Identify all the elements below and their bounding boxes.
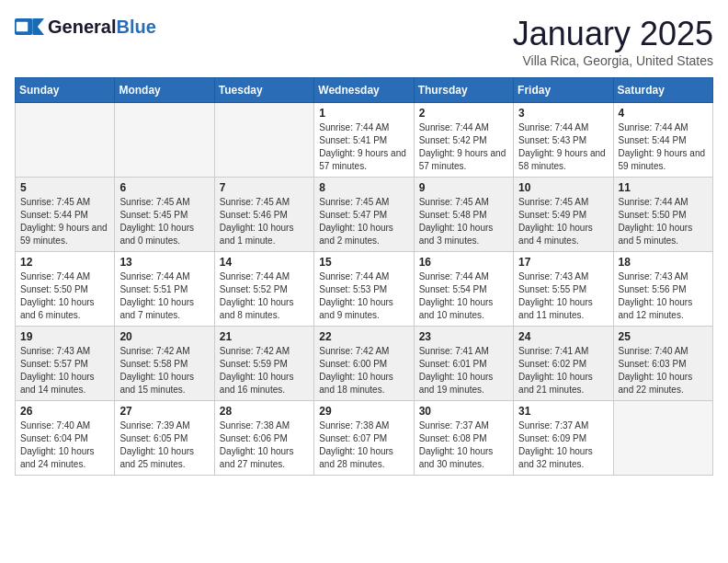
day-info: Sunrise: 7:45 AMSunset: 5:49 PMDaylight:… (518, 196, 608, 247)
weekday-header-friday: Friday (514, 78, 613, 103)
sunset-info: Sunset: 5:48 PM (419, 209, 508, 222)
sunrise-info: Sunrise: 7:40 AM (619, 345, 708, 358)
calendar-day-cell: 17Sunrise: 7:43 AMSunset: 5:55 PMDayligh… (514, 252, 613, 327)
calendar-day-cell: 13Sunrise: 7:44 AMSunset: 5:51 PMDayligh… (115, 252, 214, 327)
location-subtitle: Villa Rica, Georgia, United States (513, 53, 713, 68)
daylight-info: Daylight: 9 hours and 59 minutes. (20, 222, 109, 247)
calendar-day-cell (16, 103, 115, 178)
sunset-info: Sunset: 6:04 PM (20, 432, 109, 445)
weekday-header-tuesday: Tuesday (214, 78, 313, 103)
sunrise-info: Sunrise: 7:38 AM (220, 419, 309, 432)
day-info: Sunrise: 7:43 AMSunset: 5:56 PMDaylight:… (619, 270, 708, 322)
sunset-info: Sunset: 5:42 PM (419, 134, 508, 147)
day-info: Sunrise: 7:44 AMSunset: 5:50 PMDaylight:… (619, 196, 708, 247)
day-number: 7 (220, 181, 309, 194)
day-number: 5 (20, 181, 109, 194)
sunrise-info: Sunrise: 7:44 AM (419, 270, 508, 283)
calendar-day-cell (214, 103, 313, 178)
day-info: Sunrise: 7:37 AMSunset: 6:08 PMDaylight:… (419, 419, 508, 471)
daylight-info: Daylight: 10 hours and 28 minutes. (319, 445, 408, 471)
sunrise-info: Sunrise: 7:44 AM (619, 196, 708, 209)
sunrise-info: Sunrise: 7:44 AM (220, 270, 309, 283)
day-number: 12 (20, 256, 109, 269)
daylight-info: Daylight: 10 hours and 30 minutes. (419, 445, 508, 471)
day-number: 3 (518, 107, 608, 120)
daylight-info: Daylight: 10 hours and 1 minute. (220, 222, 309, 247)
calendar-day-cell: 30Sunrise: 7:37 AMSunset: 6:08 PMDayligh… (414, 401, 513, 476)
sunset-info: Sunset: 5:50 PM (619, 209, 708, 222)
weekday-header-row: SundayMondayTuesdayWednesdayThursdayFrid… (16, 78, 713, 103)
calendar-day-cell: 23Sunrise: 7:41 AMSunset: 6:01 PMDayligh… (414, 327, 513, 401)
daylight-info: Daylight: 9 hours and 57 minutes. (419, 147, 508, 173)
page-header: GeneralBlue January 2025 Villa Rica, Geo… (15, 15, 713, 68)
month-title: January 2025 (513, 15, 713, 53)
day-info: Sunrise: 7:38 AMSunset: 6:06 PMDaylight:… (220, 419, 309, 471)
day-info: Sunrise: 7:42 AMSunset: 5:59 PMDaylight:… (220, 345, 309, 396)
daylight-info: Daylight: 10 hours and 12 minutes. (619, 296, 708, 322)
sunrise-info: Sunrise: 7:44 AM (619, 121, 708, 134)
day-info: Sunrise: 7:44 AMSunset: 5:50 PMDaylight:… (20, 270, 109, 322)
calendar-week-row: 5Sunrise: 7:45 AMSunset: 5:44 PMDaylight… (16, 178, 713, 252)
daylight-info: Daylight: 10 hours and 15 minutes. (119, 371, 209, 396)
sunrise-info: Sunrise: 7:45 AM (20, 196, 109, 209)
day-info: Sunrise: 7:37 AMSunset: 6:09 PMDaylight:… (518, 419, 608, 471)
daylight-info: Daylight: 9 hours and 58 minutes. (518, 147, 608, 173)
weekday-header-saturday: Saturday (613, 78, 712, 103)
day-number: 23 (419, 330, 508, 343)
calendar-day-cell: 6Sunrise: 7:45 AMSunset: 5:45 PMDaylight… (115, 178, 214, 252)
day-info: Sunrise: 7:45 AMSunset: 5:47 PMDaylight:… (319, 196, 408, 247)
logo-text: GeneralBlue (48, 17, 156, 37)
calendar-day-cell: 7Sunrise: 7:45 AMSunset: 5:46 PMDaylight… (214, 178, 313, 252)
sunset-info: Sunset: 5:58 PM (119, 358, 209, 371)
daylight-info: Daylight: 10 hours and 32 minutes. (518, 445, 608, 471)
day-info: Sunrise: 7:40 AMSunset: 6:03 PMDaylight:… (619, 345, 708, 396)
calendar-day-cell: 2Sunrise: 7:44 AMSunset: 5:42 PMDaylight… (414, 103, 513, 178)
sunset-info: Sunset: 5:53 PM (319, 283, 408, 296)
calendar-table: SundayMondayTuesdayWednesdayThursdayFrid… (15, 77, 713, 476)
day-number: 22 (319, 330, 408, 343)
day-info: Sunrise: 7:43 AMSunset: 5:55 PMDaylight:… (518, 270, 608, 322)
day-number: 29 (319, 405, 408, 418)
day-number: 31 (518, 405, 608, 418)
day-info: Sunrise: 7:43 AMSunset: 5:57 PMDaylight:… (20, 345, 109, 396)
daylight-info: Daylight: 10 hours and 19 minutes. (419, 371, 508, 396)
sunset-info: Sunset: 6:00 PM (319, 358, 408, 371)
calendar-day-cell: 29Sunrise: 7:38 AMSunset: 6:07 PMDayligh… (314, 401, 414, 476)
day-info: Sunrise: 7:44 AMSunset: 5:52 PMDaylight:… (220, 270, 309, 322)
calendar-day-cell: 9Sunrise: 7:45 AMSunset: 5:48 PMDaylight… (414, 178, 513, 252)
day-number: 10 (518, 181, 608, 194)
sunrise-info: Sunrise: 7:45 AM (319, 196, 408, 209)
sunset-info: Sunset: 5:59 PM (220, 358, 309, 371)
calendar-day-cell: 11Sunrise: 7:44 AMSunset: 5:50 PMDayligh… (613, 178, 712, 252)
svg-rect-2 (17, 22, 28, 32)
daylight-info: Daylight: 10 hours and 6 minutes. (20, 296, 109, 322)
day-number: 28 (220, 405, 309, 418)
daylight-info: Daylight: 10 hours and 16 minutes. (220, 371, 309, 396)
day-info: Sunrise: 7:44 AMSunset: 5:54 PMDaylight:… (419, 270, 508, 322)
daylight-info: Daylight: 10 hours and 18 minutes. (319, 371, 408, 396)
daylight-info: Daylight: 10 hours and 3 minutes. (419, 222, 508, 247)
sunset-info: Sunset: 5:52 PM (220, 283, 309, 296)
day-number: 30 (419, 405, 508, 418)
calendar-day-cell: 10Sunrise: 7:45 AMSunset: 5:49 PMDayligh… (514, 178, 613, 252)
calendar-day-cell: 4Sunrise: 7:44 AMSunset: 5:44 PMDaylight… (613, 103, 712, 178)
sunset-info: Sunset: 5:50 PM (20, 283, 109, 296)
day-number: 25 (619, 330, 708, 343)
day-number: 6 (119, 181, 209, 194)
sunset-info: Sunset: 5:46 PM (220, 209, 309, 222)
day-info: Sunrise: 7:42 AMSunset: 6:00 PMDaylight:… (319, 345, 408, 396)
day-info: Sunrise: 7:45 AMSunset: 5:46 PMDaylight:… (220, 196, 309, 247)
calendar-day-cell: 27Sunrise: 7:39 AMSunset: 6:05 PMDayligh… (115, 401, 214, 476)
daylight-info: Daylight: 9 hours and 59 minutes. (619, 147, 708, 173)
sunrise-info: Sunrise: 7:43 AM (20, 345, 109, 358)
weekday-header-thursday: Thursday (414, 78, 513, 103)
calendar-day-cell: 31Sunrise: 7:37 AMSunset: 6:09 PMDayligh… (514, 401, 613, 476)
day-info: Sunrise: 7:44 AMSunset: 5:51 PMDaylight:… (119, 270, 209, 322)
calendar-day-cell: 8Sunrise: 7:45 AMSunset: 5:47 PMDaylight… (314, 178, 414, 252)
calendar-day-cell: 1Sunrise: 7:44 AMSunset: 5:41 PMDaylight… (314, 103, 414, 178)
sunrise-info: Sunrise: 7:44 AM (419, 121, 508, 134)
calendar-day-cell: 25Sunrise: 7:40 AMSunset: 6:03 PMDayligh… (613, 327, 712, 401)
title-area: January 2025 Villa Rica, Georgia, United… (513, 15, 713, 68)
sunset-info: Sunset: 5:56 PM (619, 283, 708, 296)
sunset-info: Sunset: 6:05 PM (119, 432, 209, 445)
